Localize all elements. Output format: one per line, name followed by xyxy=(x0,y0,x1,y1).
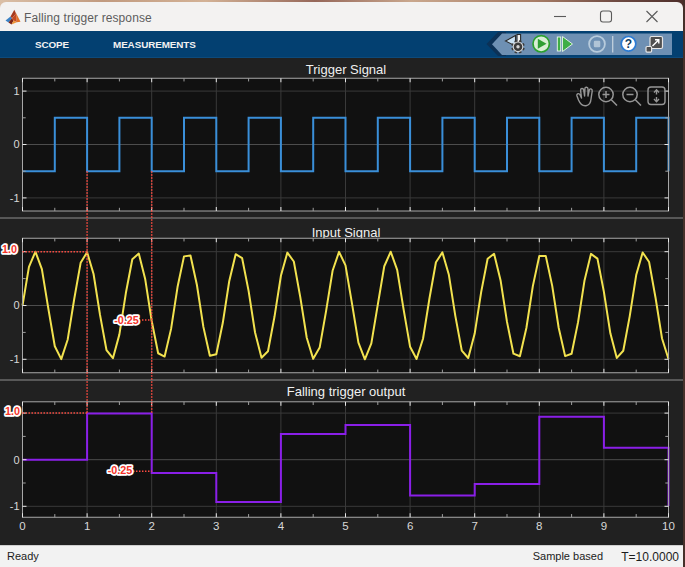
svg-text:10: 10 xyxy=(662,520,675,532)
svg-text:-1: -1 xyxy=(10,353,20,365)
svg-text:Falling trigger output: Falling trigger output xyxy=(287,384,406,399)
svg-text:4: 4 xyxy=(278,520,285,532)
svg-text:1: 1 xyxy=(84,520,90,532)
svg-text:0: 0 xyxy=(19,520,25,532)
svg-text:Input Signal: Input Signal xyxy=(312,224,381,239)
svg-text:1.0: 1.0 xyxy=(5,405,20,417)
svg-text:-0.25: -0.25 xyxy=(114,313,139,325)
svg-text:1.0: 1.0 xyxy=(2,243,17,255)
svg-text:2: 2 xyxy=(148,520,154,532)
svg-text:0: 0 xyxy=(13,453,19,465)
svg-text:-1: -1 xyxy=(10,500,20,512)
svg-text:7: 7 xyxy=(471,520,477,532)
svg-text:1: 1 xyxy=(13,84,19,96)
svg-text:Trigger Signal: Trigger Signal xyxy=(306,61,387,76)
svg-text:8: 8 xyxy=(536,520,542,532)
svg-text:0: 0 xyxy=(13,299,19,311)
svg-text:3: 3 xyxy=(213,520,219,532)
svg-text:?: ? xyxy=(625,37,632,51)
svg-text:5: 5 xyxy=(342,520,348,532)
svg-text:-0.25: -0.25 xyxy=(108,464,133,476)
svg-text:-1: -1 xyxy=(10,191,20,203)
svg-text:9: 9 xyxy=(601,520,607,532)
svg-text:0: 0 xyxy=(13,138,19,150)
svg-text:6: 6 xyxy=(407,520,413,532)
